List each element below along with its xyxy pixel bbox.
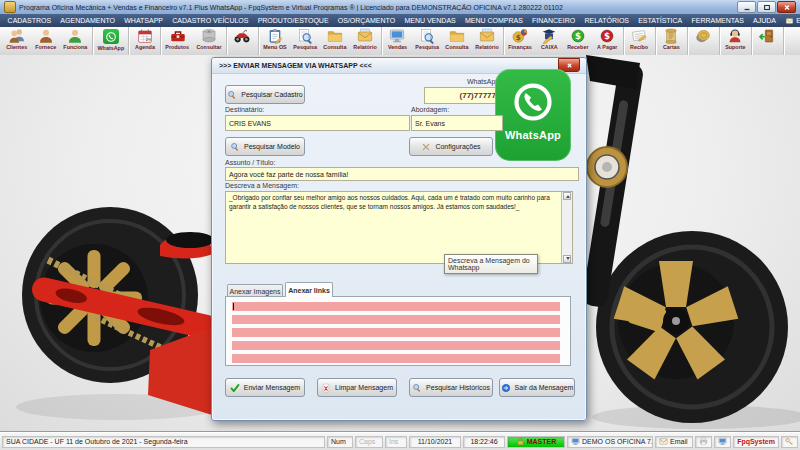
gold-coin-icon (694, 28, 712, 44)
exit-arrow-icon (501, 383, 511, 393)
printer-icon (699, 437, 708, 446)
folder-icon (326, 28, 344, 44)
tools-icon (421, 142, 431, 152)
status-user: MASTER (507, 436, 565, 448)
menu-email[interactable]: E-MAIL (781, 17, 800, 25)
receipt-icon (630, 28, 648, 44)
assunto-label: Assunto / Título: (225, 159, 275, 166)
toolbar: Clientes Fornece Funciona WhatsApp Agend… (0, 27, 800, 56)
mensagem-label: Descreva a Mensagem: (225, 182, 299, 189)
toolbar-whatsapp[interactable]: WhatsApp (94, 27, 128, 55)
enviar-mensagem-button[interactable]: Enviar Mensagem (225, 378, 305, 397)
pesquisar-modelo-button[interactable]: Pesquisar Modelo (225, 137, 305, 156)
toolbar-pesquisa-os[interactable]: Pesquisa (290, 27, 320, 55)
toolbar-consulta-vendas[interactable]: Consulta (442, 27, 472, 55)
toolbar-consultar-produtos[interactable]: Consultar (193, 27, 225, 55)
link-input-row[interactable] (232, 341, 560, 350)
abordagem-field[interactable]: Sr. Evans (411, 115, 503, 131)
toolbar-clientes[interactable]: Clientes (2, 27, 31, 55)
toolbar-agenda[interactable]: Agenda (130, 27, 159, 55)
whatsapp-phone-icon (510, 79, 556, 125)
textarea-scrollbar[interactable] (561, 192, 572, 263)
report-envelope-icon (478, 28, 496, 44)
toolbox-icon (169, 28, 187, 44)
menu-estatistica[interactable]: ESTATÍSTICA (634, 17, 687, 24)
scroll-up-icon[interactable] (563, 192, 571, 200)
menu-agendamento[interactable]: AGENDAMENTO (56, 17, 120, 24)
toolbar-funcionarios[interactable]: Funciona (60, 27, 91, 55)
mensagem-text: _Obrigado por confiar seu melhor amigo a… (229, 194, 558, 211)
anexar-links-panel (225, 296, 571, 366)
toolbar-veiculos[interactable] (228, 27, 257, 55)
toolbar-sair[interactable] (753, 27, 782, 55)
search-document-icon (296, 28, 314, 44)
clear-document-icon (321, 383, 331, 393)
mensagem-tooltip: Descreva a Mensagem do Whatsapp (444, 254, 538, 274)
scroll-down-icon[interactable] (563, 255, 571, 263)
status-bar: SUA CIDADE - UF 11 de Outubro de 2021 - … (0, 432, 800, 450)
toolbar-recibo[interactable]: Recibo (625, 27, 654, 55)
link-input-row[interactable] (232, 302, 560, 311)
status-remote[interactable] (714, 436, 731, 448)
mail-icon (659, 437, 668, 446)
toolbar-menu-os[interactable]: Menu OS (260, 27, 290, 55)
menu-produto-estoque[interactable]: PRODUTO/ESTOQUE (253, 17, 333, 24)
maximize-icon (763, 4, 771, 11)
toolbar-pesquisa-vendas[interactable]: Pesquisa (412, 27, 442, 55)
toolbar-a-pagar[interactable]: A Pagar (593, 27, 622, 55)
destinatario-field[interactable]: CRIS EVANS (225, 115, 410, 131)
search-icon (227, 90, 237, 100)
toolbar-vendas[interactable]: Vendas (383, 27, 412, 55)
menu-compras[interactable]: MENU COMPRAS (460, 17, 527, 24)
stock-drum-icon (200, 28, 218, 44)
toolbar-moedas[interactable] (689, 27, 718, 55)
lock-icon (516, 437, 525, 446)
sair-da-mensagem-button[interactable]: Sair da Mensagem (499, 378, 575, 397)
tab-anexar-links[interactable]: Anexar links (285, 282, 333, 297)
link-input-row[interactable] (232, 354, 560, 363)
minimize-icon (743, 4, 751, 11)
maximize-button[interactable] (757, 1, 776, 13)
toolbar-consulta-os[interactable]: Consulta (320, 27, 350, 55)
pesquisar-historicos-button[interactable]: Pesquisar Históricos (409, 378, 493, 397)
status-time: 18:22:46 (463, 436, 505, 448)
toolbar-suporte[interactable]: Suporte (721, 27, 750, 55)
toolbar-financas[interactable]: Finanças (505, 27, 535, 55)
menu-financeiro[interactable]: FINANCEIRO (527, 17, 579, 24)
toolbar-cartas[interactable]: Cartas (657, 27, 686, 55)
link-input-row[interactable] (232, 315, 560, 324)
whatsapp-logo: WhatsApp (495, 69, 571, 161)
toolbar-fornecedores[interactable]: Fornece (31, 27, 60, 55)
toolbar-produtos[interactable]: Produtos (162, 27, 192, 55)
minimize-button[interactable] (737, 1, 756, 13)
report-envelope-icon (356, 28, 374, 44)
status-printer[interactable] (695, 436, 712, 448)
menu-ferramentas[interactable]: FERRAMENTAS (687, 17, 749, 24)
work-order-clipboard-icon (266, 28, 284, 44)
menu-bar: CADASTROS AGENDAMENTO WHATSAPP CADASTRO … (0, 14, 800, 27)
limpar-mensagem-button[interactable]: Limpar Mensagem (317, 378, 397, 397)
status-location-date: SUA CIDADE - UF 11 de Outubro de 2021 - … (2, 436, 325, 448)
menu-cadastros[interactable]: CADASTROS (3, 17, 56, 24)
status-email[interactable]: Email (655, 436, 693, 448)
assunto-field[interactable]: Agora você faz parte de nossa família! (225, 167, 579, 181)
toolbar-relatorio-vendas[interactable]: Relatório (472, 27, 502, 55)
search-icon (230, 142, 240, 152)
scroll-letter-icon (662, 28, 680, 44)
toolbar-caixa[interactable]: CAIXA (535, 27, 564, 55)
menu-ajuda[interactable]: AJUDA (748, 17, 780, 24)
toolbar-receber[interactable]: Receber (564, 27, 593, 55)
key-icon (785, 437, 794, 446)
menu-vendas[interactable]: MENU VENDAS (400, 17, 461, 24)
menu-relatorios[interactable]: RELATÓRIOS (580, 17, 634, 24)
link-input-row[interactable] (232, 328, 560, 337)
pesquisar-cadastro-button[interactable]: Pesquisar Cadastro (225, 85, 305, 104)
configuracoes-button[interactable]: Configurações (409, 137, 493, 156)
toolbar-relatorio-os[interactable]: Relatório (350, 27, 380, 55)
motorcycle-icon (233, 28, 251, 44)
menu-cadastro-veiculos[interactable]: CADASTRO VEÍCULOS (168, 17, 253, 24)
close-button[interactable] (777, 1, 796, 13)
check-icon (230, 383, 240, 393)
menu-os-orcamento[interactable]: OS/ORÇAMENTO (333, 17, 400, 24)
menu-whatsapp[interactable]: WHATSAPP (120, 17, 168, 24)
